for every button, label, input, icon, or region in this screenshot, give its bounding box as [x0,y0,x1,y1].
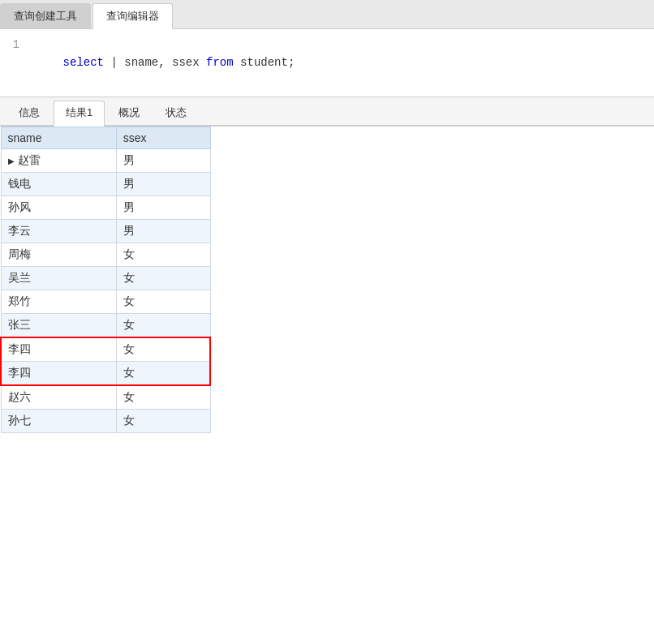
sql-from-keyword: from [206,56,234,69]
table-row: 赵雷男 [1,149,210,173]
cell-ssex: 女 [116,290,210,314]
tab-status[interactable]: 状态 [153,101,199,125]
table-row: 周梅女 [1,243,210,267]
cell-sname: 孙七 [1,410,116,433]
sql-code: select | sname, ssex from student; [29,36,301,90]
cell-ssex: 男 [116,220,210,243]
column-header-ssex: ssex [116,127,210,149]
cell-sname: 李四 [1,337,116,362]
table-header-row: sname ssex [1,127,210,149]
cell-ssex: 女 [116,385,210,410]
sql-select-keyword: select [63,56,104,69]
table-row: 孙风男 [1,196,210,220]
cell-sname: 孙风 [1,196,116,220]
cell-sname: 赵六 [1,385,116,410]
table-row: 吴兰女 [1,267,210,290]
table-row: 张三女 [1,314,210,338]
sql-pipe: | sname, ssex [104,56,206,69]
result-table-container: sname ssex 赵雷男钱电男孙风男李云男周梅女吴兰女郑竹女张三女李四女李四… [0,127,654,433]
tab-bar: 查询创建工具 查询编辑器 [0,0,654,29]
cell-sname: 周梅 [1,243,116,267]
cell-sname: 张三 [1,314,116,338]
cell-sname: 赵雷 [1,149,116,173]
tab-info[interactable]: 信息 [6,101,52,125]
cell-ssex: 男 [116,196,210,220]
table-row: 李云男 [1,220,210,243]
table-row: 孙七女 [1,410,210,433]
cell-sname: 钱电 [1,173,116,196]
table-row: 李四女 [1,337,210,362]
result-tab-bar: 信息 结果1 概况 状态 [0,97,654,127]
table-row: 李四女 [1,362,210,386]
cell-ssex: 女 [116,337,210,362]
line-number: 1 [0,36,29,54]
cell-ssex: 女 [116,314,210,338]
cell-sname: 李云 [1,220,116,243]
tab-result1[interactable]: 结果1 [54,101,105,127]
table-row: 钱电男 [1,173,210,196]
column-header-sname: sname [1,127,116,149]
result-table: sname ssex 赵雷男钱电男孙风男李云男周梅女吴兰女郑竹女张三女李四女李四… [0,127,211,433]
cell-ssex: 女 [116,243,210,267]
cell-sname: 吴兰 [1,267,116,290]
cell-sname: 郑竹 [1,290,116,314]
cell-ssex: 女 [116,267,210,290]
cell-ssex: 男 [116,149,210,173]
tab-overview[interactable]: 概况 [106,101,152,125]
table-row: 赵六女 [1,385,210,410]
table-row: 郑竹女 [1,290,210,314]
cell-ssex: 女 [116,410,210,433]
cell-ssex: 女 [116,362,210,386]
sql-table: student; [234,56,295,69]
tab-query-builder[interactable]: 查询创建工具 [0,3,91,28]
tab-query-editor[interactable]: 查询编辑器 [93,3,173,29]
sql-editor[interactable]: 1 select | sname, ssex from student; [0,29,654,97]
cell-sname: 李四 [1,362,116,386]
cell-ssex: 男 [116,173,210,196]
